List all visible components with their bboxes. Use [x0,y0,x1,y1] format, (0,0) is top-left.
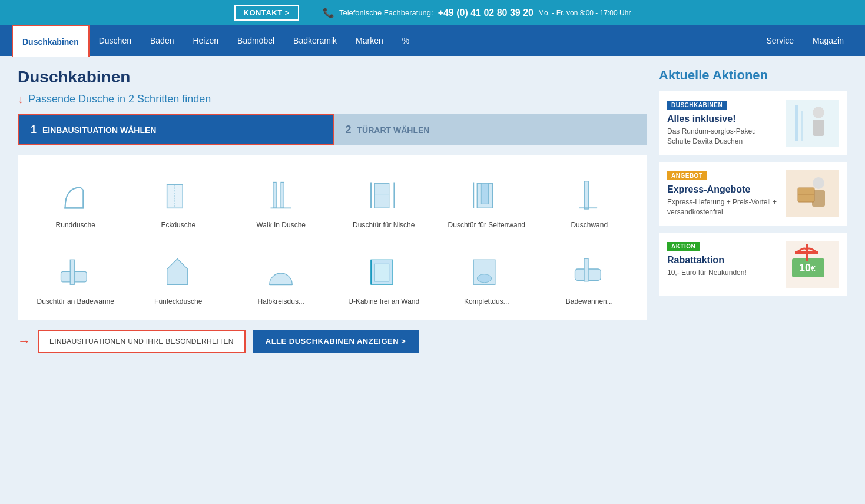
nav-item-magazin[interactable]: Magazin [803,25,853,56]
aktionen-card-2[interactable]: ANGEBOT Express-Angebote Express-Lieferu… [659,162,847,226]
main-content: Duschkabinen ↓ Passende Dusche in 2 Schr… [0,56,865,364]
step1-label: EINBAUSITUATION WÄHLEN [42,125,156,135]
svg-text:€: € [811,264,816,273]
step1-num: 1 [31,124,37,136]
svg-rect-31 [795,105,798,141]
fuenfeck-label: Fünfeckdusche [154,297,202,307]
aktionen-card-3[interactable]: AKTION Rabattaktion 10,- Euro für Neukun… [659,233,847,296]
fuenfeck-img [155,246,202,293]
step2-label: TÜRART WÄHLEN [357,125,430,135]
card2-image [786,170,839,217]
arrow-right-icon: → [18,334,31,349]
badewannen-img [566,246,613,293]
walkin-img [257,169,304,216]
step2-num: 2 [346,124,352,136]
svg-rect-27 [584,258,588,281]
product-komplett[interactable]: Komplettdus... [438,241,535,311]
ukabine-img [360,246,407,293]
arrow-down-icon: ↓ [18,92,24,106]
badewanne-label: Duschtür an Badewanne [37,297,114,307]
nav-item-duschen[interactable]: Duschen [90,25,141,56]
alle-duschkabinen-button[interactable]: ALLE DUSCHKABINEN ANZEIGEN > [253,330,419,353]
nav-item-baden[interactable]: Baden [141,25,183,56]
ukabine-label: U-Kabine frei an Wand [348,297,419,307]
product-grid: Runddusche Eckdusche [18,155,647,320]
svg-text:10: 10 [799,262,811,274]
duschwand-img [566,169,613,216]
step-tab-2[interactable]: 2 TÜRART WÄHLEN [334,114,648,145]
nav-item-service[interactable]: Service [757,25,803,56]
card2-heading: Express-Angebote [667,184,779,195]
card2-text: ANGEBOT Express-Angebote Express-Lieferu… [667,170,779,217]
svg-rect-14 [482,183,489,204]
step-tab-1[interactable]: 1 EINBAUSITUATION WÄHLEN [18,114,334,145]
nav-item-duschkabinen[interactable]: Duschkabinen [12,25,90,57]
card3-text: AKTION Rabattaktion 10,- Euro für Neukun… [667,241,779,278]
komplett-label: Komplettdus... [464,297,509,307]
product-eckdusche[interactable]: Eckdusche [130,164,227,235]
svg-point-34 [813,177,824,189]
svg-rect-30 [813,120,824,136]
product-seitenwand[interactable]: Duschtür für Seitenwand [438,164,535,235]
svg-rect-15 [584,181,588,209]
eckdusche-img [155,169,202,216]
phone-icon: 📞 [323,7,334,18]
card1-image [786,100,839,147]
top-bar: KONTAKT > 📞 Telefonische Fachberatung: +… [0,0,865,25]
card2-desc: Express-Lieferung + Preis-Vorteil + vers… [667,197,779,217]
badewannen-label: Badewannen... [566,297,613,307]
svg-rect-1 [64,207,84,210]
bottom-buttons-row: → EINBAUSITUATIONEN UND IHRE BESONDERHEI… [18,330,647,353]
card1-heading: Alles inklusive! [667,113,779,124]
product-walkin[interactable]: Walk In Dusche [233,164,330,235]
card3-heading: Rabattaktion [667,254,779,266]
nische-label: Duschtür für Nische [353,221,415,230]
product-badewannen[interactable]: Badewannen... [541,241,638,311]
seitenwand-img [463,169,510,216]
badewanne-img [52,246,99,293]
eckdusche-label: Eckdusche [161,221,195,230]
nav-item-heizen[interactable]: Heizen [183,25,228,56]
aktionen-card-1[interactable]: DUSCHKABINEN Alles inklusive! Das Rundum… [659,91,847,155]
page-title: Duschkabinen [18,68,647,87]
svg-rect-6 [281,183,284,208]
aktionen-title: Aktuelle Aktionen [659,68,847,83]
product-halbkreis[interactable]: Halbkreisdus... [233,241,330,311]
phone-label: Telefonische Fachberatung: [339,8,433,17]
product-runddusche[interactable]: Runddusche [27,164,124,235]
card3-badge: AKTION [667,242,700,251]
runddusche-label: Runddusche [56,221,95,230]
product-ukabine[interactable]: U-Kabine frei an Wand [336,241,433,311]
finder-title-row: ↓ Passende Dusche in 2 Schritten finden [18,92,647,106]
card2-badge: ANGEBOT [667,171,707,180]
card3-image: 10 € [786,241,839,288]
kontakt-button[interactable]: KONTAKT > [234,5,299,21]
nav-item-percent[interactable]: % [393,25,419,56]
product-fuenfeck[interactable]: Fünfeckdusche [130,241,227,311]
nav-item-badkeramik[interactable]: Badkeramik [284,25,346,56]
phone-number: +49 (0) 41 02 80 39 20 [438,8,533,18]
svg-point-29 [813,107,824,118]
komplett-img [463,246,510,293]
svg-rect-3 [167,185,183,208]
nische-img [360,169,407,216]
svg-rect-22 [374,264,389,281]
einbau-button[interactable]: EINBAUSITUATIONEN UND IHRE BESONDERHEITE… [38,330,246,353]
card1-desc: Das Rundum-sorglos-Paket: Schulte Davita… [667,127,779,147]
runddusche-img [52,169,99,216]
phone-area: 📞 Telefonische Fachberatung: +49 (0) 41 … [323,7,631,18]
svg-rect-18 [71,260,75,284]
product-duschwand[interactable]: Duschwand [541,164,638,235]
right-column: Aktuelle Aktionen DUSCHKABINEN Alles ink… [659,68,847,353]
product-nische[interactable]: Duschtür für Nische [336,164,433,235]
main-nav: Duschkabinen Duschen Baden Heizen Badmöb… [0,25,865,56]
finder-title: Passende Dusche in 2 Schritten finden [28,93,211,105]
nav-item-badmoebel[interactable]: Badmöbel [228,25,284,56]
halbkreis-label: Halbkreisdus... [258,297,304,307]
halbkreis-img [257,246,304,293]
nav-item-marken[interactable]: Marken [346,25,393,56]
product-badewanne[interactable]: Duschtür an Badewanne [27,241,124,311]
walkin-label: Walk In Dusche [256,221,306,230]
svg-marker-19 [167,258,188,284]
left-column: Duschkabinen ↓ Passende Dusche in 2 Schr… [18,68,647,353]
